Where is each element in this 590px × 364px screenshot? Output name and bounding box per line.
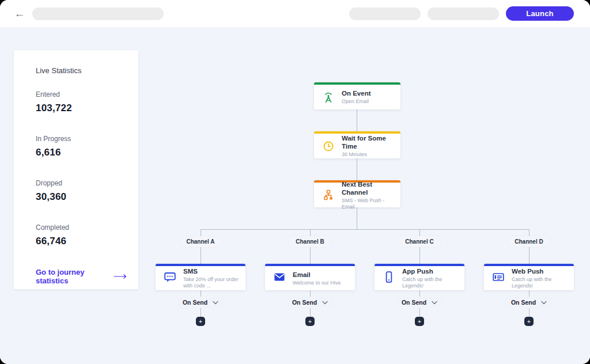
node-text: Email Welcome to our Hive. (293, 271, 342, 286)
live-statistics-panel: Live Statistics Entered 103,722 In Progr… (14, 50, 138, 289)
stat-in-progress: In Progress 6,616 (36, 135, 127, 158)
branch-channel-b: Channel B Email Welcome to our Hive. On … (265, 229, 355, 326)
on-send-dropdown[interactable]: On Send (505, 297, 553, 308)
on-send-label: On Send (511, 299, 536, 306)
chevron-down-icon (322, 301, 328, 305)
antenna-icon (322, 91, 335, 104)
node-text: Web Push Catch up with the Legends! (512, 267, 569, 289)
stat-completed: Completed 66,746 (36, 223, 127, 247)
panel-title: Live Statistics (36, 66, 127, 75)
on-send-label: On Send (183, 299, 207, 306)
channel-label: Channel B (289, 236, 330, 247)
sms-bubble-icon (163, 270, 177, 286)
node-subtitle: Catch up with the Legends! (512, 276, 569, 289)
branch-channel-a: Channel A SMS Take 20% off your order wi… (156, 229, 245, 326)
journey-canvas: Live Statistics Entered 103,722 In Progr… (0, 27, 590, 364)
node-next-best-channel[interactable]: Next Best Channel SMS - Web Push - Email (314, 180, 400, 207)
node-subtitle: 30 Minutes (342, 151, 395, 158)
browser-push-icon (491, 270, 505, 286)
node-subtitle: SMS - Web Push - Email (342, 198, 395, 210)
node-title: Email (293, 271, 342, 279)
stat-dropped: Dropped 30,360 (36, 179, 127, 203)
stat-value: 66,746 (36, 236, 127, 247)
hierarchy-star-icon (322, 189, 335, 202)
plus-icon: + (308, 318, 312, 325)
add-step-button[interactable]: + (305, 317, 315, 326)
node-subtitle: Welcome to our Hive. (293, 280, 342, 286)
journey-statistics-link-label: Go to journey statistics (36, 268, 109, 285)
clock-icon (322, 140, 335, 153)
topbar: ← Launch (0, 0, 590, 27)
node-app-push[interactable]: App Push Catch up with the Legends! (375, 264, 464, 290)
topbar-placeholder-2 (428, 7, 499, 20)
add-step-button[interactable]: + (196, 317, 205, 326)
channel-label: Channel D (508, 236, 549, 247)
stat-entered: Entered 103,722 (36, 90, 127, 114)
node-wait[interactable]: Wait for Some Time 30 Minutes (314, 131, 400, 158)
node-text: Wait for Some Time 30 Minutes (342, 134, 395, 158)
branch-channel-c: Channel C App Push Catch up with the Leg… (375, 229, 464, 326)
node-title: Wait for Some Time (342, 134, 395, 150)
chevron-down-icon (541, 301, 547, 305)
node-subtitle: Catch up with the Legends! (402, 276, 460, 289)
node-on-event[interactable]: On Event Open Email (314, 82, 400, 109)
branch-channel-d: Channel D Web Push Catch up with the Leg… (484, 229, 574, 326)
stat-label: Completed (36, 223, 127, 232)
node-text: App Push Catch up with the Legends! (402, 267, 460, 289)
launch-button[interactable]: Launch (506, 6, 574, 21)
node-web-push[interactable]: Web Push Catch up with the Legends! (484, 264, 574, 290)
node-title: App Push (402, 267, 460, 275)
arrow-right-icon (114, 274, 127, 279)
on-send-dropdown[interactable]: On Send (177, 297, 224, 308)
connector-line (357, 109, 357, 131)
add-step-button[interactable]: + (524, 317, 534, 326)
on-send-dropdown[interactable]: On Send (286, 297, 334, 308)
chevron-down-icon (213, 301, 218, 305)
node-text: SMS Take 20% off your order with code ..… (183, 267, 241, 289)
node-text: Next Best Channel SMS - Web Push - Email (342, 180, 395, 210)
node-email[interactable]: Email Welcome to our Hive. (265, 264, 355, 290)
plus-icon: + (199, 318, 202, 325)
topbar-placeholder-1 (349, 7, 421, 20)
smartphone-icon (382, 270, 396, 286)
branch-bar-line (201, 229, 529, 230)
email-envelope-icon (273, 270, 286, 286)
stat-value: 6,616 (36, 147, 127, 158)
connector-line (357, 158, 357, 180)
node-title: On Event (342, 89, 370, 97)
on-send-dropdown[interactable]: On Send (396, 297, 443, 308)
journey-title-placeholder (32, 7, 164, 20)
connector-line (357, 207, 357, 229)
channel-label: Channel C (399, 236, 440, 247)
plus-icon: + (527, 318, 531, 325)
node-text: On Event Open Email (342, 89, 370, 105)
node-title: SMS (183, 267, 241, 275)
node-title: Web Push (512, 267, 569, 275)
arrow-left-icon: ← (14, 7, 25, 20)
chevron-down-icon (432, 301, 437, 305)
add-step-button[interactable]: + (415, 317, 424, 326)
journey-builder-screen: ← Launch Live Statistics Entered 103,722… (0, 0, 590, 364)
node-subtitle: Open Email (342, 98, 370, 105)
channel-label: Channel A (180, 236, 221, 247)
stat-value: 30,360 (36, 191, 127, 203)
stat-label: Dropped (36, 179, 127, 187)
plus-icon: + (418, 318, 421, 325)
on-send-label: On Send (292, 299, 317, 306)
stat-value: 103,722 (36, 103, 127, 114)
stat-label: In Progress (36, 135, 127, 143)
node-subtitle: Take 20% off your order with code ... (183, 276, 241, 289)
stat-label: Entered (36, 90, 127, 98)
journey-statistics-link[interactable]: Go to journey statistics (36, 268, 127, 285)
node-sms[interactable]: SMS Take 20% off your order with code ..… (156, 264, 245, 290)
on-send-label: On Send (402, 299, 426, 306)
back-button[interactable]: ← (13, 7, 27, 21)
node-title: Next Best Channel (342, 180, 395, 196)
